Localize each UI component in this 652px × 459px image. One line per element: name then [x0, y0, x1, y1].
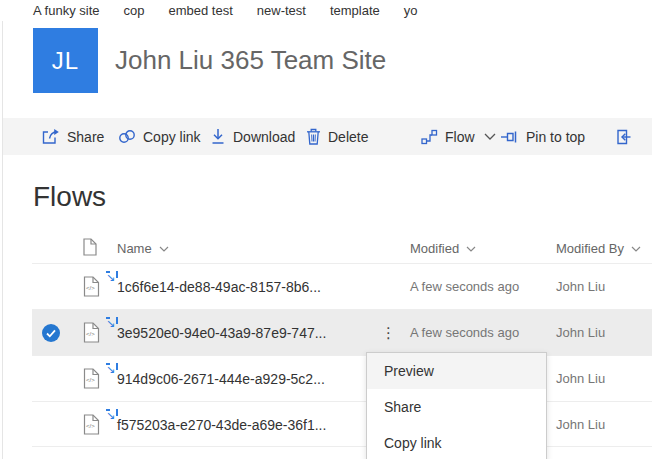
- svg-text:</>: </>: [86, 285, 95, 291]
- modified-value: A few seconds ago: [410, 310, 519, 356]
- toolbar-delete[interactable]: Delete: [306, 118, 368, 155]
- chevron-down-icon: [631, 246, 641, 252]
- toolbar-label: Copy link: [143, 129, 201, 145]
- file-name-link[interactable]: 1c6f6e14-de88-49ac-8157-8b6...: [117, 264, 321, 310]
- column-header-label: Name: [117, 241, 152, 256]
- nav-item-new-test[interactable]: new-test: [257, 3, 306, 18]
- toolbar-label: Delete: [328, 129, 368, 145]
- column-header-label: Modified By: [556, 241, 624, 256]
- context-menu-item-copy-link[interactable]: Copy link: [367, 425, 546, 459]
- toolbar-pin-to-top[interactable]: Pin to top: [500, 118, 585, 155]
- move-to-icon: [615, 129, 631, 145]
- chevron-down-icon: [484, 133, 496, 140]
- page-title: Flows: [33, 181, 106, 213]
- toolbar-copy-link[interactable]: Copy link: [118, 118, 201, 155]
- file-icon: </>: [83, 276, 100, 301]
- pin-icon: [500, 129, 519, 145]
- column-header-file-type[interactable]: [83, 234, 97, 263]
- nav-item-cop[interactable]: cop: [123, 3, 144, 18]
- toolbar-share[interactable]: Share: [41, 118, 104, 155]
- page: A funky sitecopembed testnew-testtemplat…: [0, 0, 652, 459]
- modified-by-value: John Liu: [556, 402, 605, 448]
- svg-text:</>: </>: [86, 423, 95, 429]
- share-icon: [41, 128, 60, 145]
- flow-icon: [421, 129, 438, 145]
- table-row[interactable]: </>↘1c6f6e14-de88-49ac-8157-8b6...A few …: [32, 263, 652, 309]
- context-menu-item-preview[interactable]: Preview: [367, 353, 546, 389]
- row-more-options-icon[interactable]: ⋮: [377, 310, 400, 356]
- nav-item-embed-test[interactable]: embed test: [168, 3, 232, 18]
- context-menu: PreviewShareCopy link: [366, 352, 547, 459]
- modified-by-value: John Liu: [556, 356, 605, 402]
- toolbar-move-to-icon[interactable]: [615, 118, 631, 155]
- link-icon: [118, 129, 136, 144]
- column-header-modified-by[interactable]: Modified By: [556, 234, 641, 263]
- list-header: Name Modified Modified By: [32, 234, 652, 263]
- download-icon: [210, 128, 226, 145]
- site-logo[interactable]: JL: [33, 28, 98, 93]
- row-selected-check-icon[interactable]: [42, 324, 60, 342]
- toolbar-label: Download: [233, 129, 295, 145]
- nav-item-template[interactable]: template: [330, 3, 380, 18]
- toolbar-download[interactable]: Download: [210, 118, 295, 155]
- modified-by-value: John Liu: [556, 264, 605, 310]
- modified-value: A few seconds ago: [410, 264, 519, 310]
- delete-icon: [306, 128, 321, 145]
- nav-item-a-funky-site[interactable]: A funky site: [33, 3, 99, 18]
- file-name-link[interactable]: f575203a-e270-43de-a69e-36f1...: [117, 402, 326, 448]
- site-title: John Liu 365 Team Site: [115, 28, 386, 93]
- column-header-name[interactable]: Name: [117, 234, 169, 263]
- command-bar: ShareCopy linkDownloadDeleteFlowPin to t…: [3, 118, 652, 155]
- svg-text:</>: </>: [86, 331, 95, 337]
- table-row[interactable]: </>↘914d9c06-2671-444e-a929-5c2...John L…: [32, 355, 652, 401]
- file-icon: </>: [83, 322, 100, 347]
- file-icon: </>: [83, 414, 100, 439]
- list-rows: </>↘1c6f6e14-de88-49ac-8157-8b6...A few …: [0, 263, 652, 447]
- chevron-down-icon: [159, 246, 169, 252]
- table-row[interactable]: </>↘3e9520e0-94e0-43a9-87e9-747...⋮A few…: [32, 309, 652, 355]
- column-header-modified[interactable]: Modified: [410, 234, 476, 263]
- svg-text:</>: </>: [86, 377, 95, 383]
- file-type-column-icon: [83, 238, 97, 259]
- toolbar-label: Share: [67, 129, 104, 145]
- file-list: Name Modified Modified By </>↘1c6f6e14-d…: [0, 234, 652, 447]
- file-name-link[interactable]: 914d9c06-2671-444e-a929-5c2...: [117, 356, 325, 402]
- table-row[interactable]: </>↘f575203a-e270-43de-a69e-36f1...John …: [32, 401, 652, 447]
- modified-by-value: John Liu: [556, 310, 605, 356]
- toolbar-label: Pin to top: [526, 129, 585, 145]
- nav-item-yo[interactable]: yo: [404, 3, 418, 18]
- file-icon: </>: [83, 368, 100, 393]
- column-header-label: Modified: [410, 241, 459, 256]
- chevron-down-icon: [466, 246, 476, 252]
- toolbar-label: Flow: [445, 129, 475, 145]
- context-menu-item-share[interactable]: Share: [367, 389, 546, 425]
- toolbar-flow[interactable]: Flow: [421, 118, 496, 155]
- suite-nav: A funky sitecopembed testnew-testtemplat…: [0, 0, 652, 21]
- file-name-link[interactable]: 3e9520e0-94e0-43a9-87e9-747...: [117, 310, 326, 356]
